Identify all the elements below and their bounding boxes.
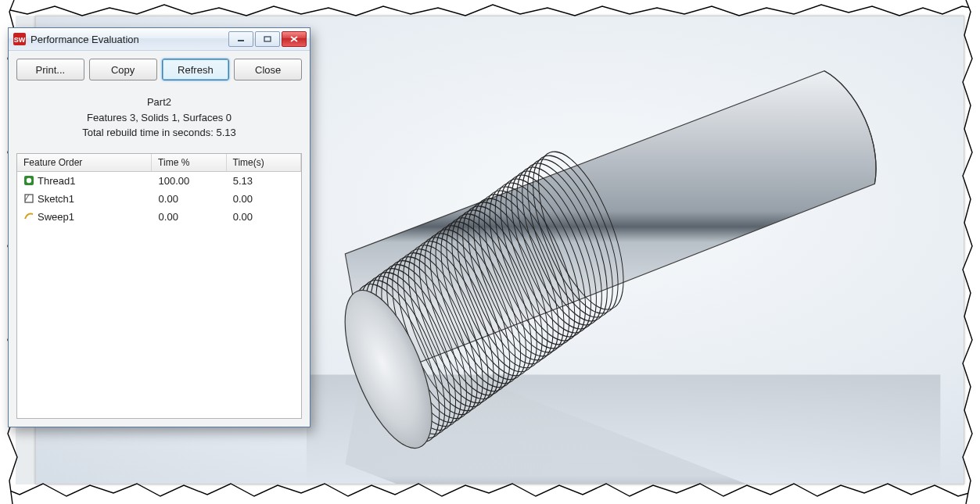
- part-name-label: Part2: [16, 95, 302, 110]
- maximize-icon: [264, 36, 271, 42]
- column-header-feature[interactable]: Feature Order: [17, 154, 152, 171]
- feature-time-s: 0.00: [227, 191, 301, 206]
- close-button[interactable]: Close: [234, 59, 302, 80]
- feature-time-pct: 0.00: [153, 191, 227, 206]
- stats-label: Features 3, Solids 1, Surfaces 0: [16, 110, 302, 126]
- print-button[interactable]: Print...: [16, 59, 84, 80]
- feature-name: Sweep1: [38, 211, 74, 223]
- feature-time-s: 0.00: [227, 209, 301, 224]
- feature-name: Sketch1: [38, 193, 74, 205]
- svg-text:SW: SW: [14, 36, 26, 44]
- dialog-titlebar[interactable]: SW Performance Evaluation: [9, 28, 310, 51]
- minimize-icon: [237, 36, 245, 42]
- feature-time-pct: 100.00: [153, 173, 227, 188]
- maximize-button[interactable]: [255, 31, 280, 47]
- minimize-button[interactable]: [228, 31, 253, 47]
- feature-name: Thread1: [38, 175, 75, 187]
- copy-button[interactable]: Copy: [89, 59, 157, 80]
- table-row[interactable]: Thread1 100.00 5.13: [17, 172, 301, 190]
- sweep-icon: [23, 211, 34, 222]
- feature-time-s: 5.13: [227, 173, 301, 188]
- performance-evaluation-dialog: SW Performance Evaluation Print... Copy …: [8, 27, 311, 427]
- close-window-button[interactable]: [282, 31, 307, 47]
- table-row[interactable]: Sketch1 0.00 0.00: [17, 190, 301, 208]
- refresh-button[interactable]: Refresh: [162, 59, 230, 80]
- solidworks-icon: SW: [13, 33, 26, 45]
- svg-line-46: [25, 195, 29, 201]
- feature-time-pct: 0.00: [153, 209, 227, 224]
- summary-block: Part2 Features 3, Solids 1, Surfaces 0 T…: [16, 95, 302, 141]
- table-row[interactable]: Sweep1 0.00 0.00: [17, 208, 301, 226]
- svg-rect-40: [264, 37, 271, 41]
- dialog-title: Performance Evaluation: [31, 34, 228, 45]
- sketch-icon: [23, 193, 34, 204]
- svg-point-44: [27, 178, 31, 183]
- rebuild-time-label: Total rebuild time in seconds: 5.13: [16, 125, 302, 141]
- column-header-time-s[interactable]: Time(s): [227, 154, 301, 171]
- close-icon: [290, 36, 298, 42]
- column-header-time-pct[interactable]: Time %: [152, 154, 226, 171]
- thread-icon: [23, 175, 34, 186]
- feature-table[interactable]: Feature Order Time % Time(s) Thread1 100…: [16, 153, 302, 420]
